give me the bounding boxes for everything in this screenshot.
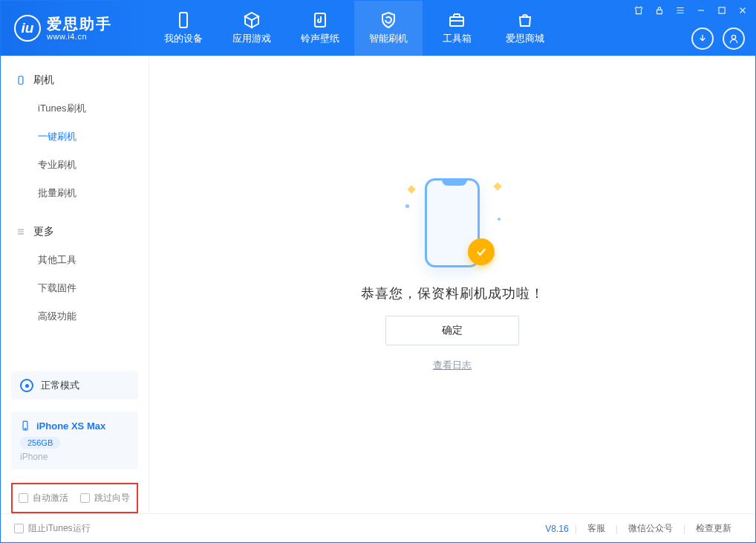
dot-icon (498, 218, 501, 221)
logo-icon: iu (14, 15, 41, 42)
title-bar: iu 爱思助手 www.i4.cn 我的设备 应用游戏 铃声壁纸 智能刷机 工具… (1, 1, 755, 56)
mode-icon (20, 379, 33, 392)
success-check-icon (468, 238, 495, 265)
device-card[interactable]: iPhone XS Max 256GB iPhone (11, 412, 138, 469)
sparkle-icon (407, 185, 415, 193)
close-icon[interactable] (737, 5, 748, 16)
app-name: 爱思助手 (47, 16, 112, 32)
options-highlight-box: 自动激活 跳过向导 (11, 483, 138, 513)
tab-label: 应用游戏 (232, 32, 271, 45)
cube-icon (243, 11, 261, 29)
capacity-badge: 256GB (20, 437, 60, 449)
sidebar-item-itunes-flash[interactable]: iTunes刷机 (1, 94, 149, 123)
sidebar-item-download-fw[interactable]: 下载固件 (1, 274, 149, 302)
checkbox-label: 自动激活 (33, 492, 68, 504)
tab-my-device[interactable]: 我的设备 (149, 1, 218, 56)
account-button[interactable] (723, 27, 745, 50)
phone-outline-icon (20, 419, 30, 432)
music-file-icon (311, 11, 329, 29)
checkbox-icon (14, 524, 24, 533)
status-bar: 阻止iTunes运行 V8.16 | 客服 | 微信公众号 | 检查更新 (1, 513, 755, 543)
sidebar-item-pro-flash[interactable]: 专业刷机 (1, 151, 149, 179)
toolbox-icon (448, 11, 466, 29)
svg-rect-6 (19, 77, 23, 85)
auto-activate-checkbox[interactable]: 自动激活 (19, 492, 68, 504)
tab-flash[interactable]: 智能刷机 (354, 1, 423, 56)
download-icon (697, 33, 708, 45)
dot-icon (405, 204, 409, 208)
tab-label: 铃声壁纸 (301, 32, 339, 45)
check-update-link[interactable]: 检查更新 (685, 522, 742, 535)
user-icon (728, 33, 740, 45)
tab-label: 工具箱 (443, 32, 472, 45)
sidebar-section-flash: 刷机 (1, 66, 149, 94)
support-link[interactable]: 客服 (577, 522, 616, 535)
svg-rect-4 (719, 7, 725, 13)
mode-label: 正常模式 (41, 379, 79, 392)
sidebar-item-oneclick-flash[interactable]: 一键刷机 (1, 123, 149, 151)
ok-button[interactable]: 确定 (385, 316, 519, 345)
sidebar-item-advanced[interactable]: 高级功能 (1, 302, 149, 331)
sidebar: 刷机 iTunes刷机 一键刷机 专业刷机 批量刷机 更多 其他工具 下载固件 … (1, 56, 149, 513)
sidebar-item-other-tools[interactable]: 其他工具 (1, 246, 149, 274)
svg-point-8 (25, 429, 25, 429)
svg-rect-0 (180, 13, 187, 27)
view-log-link[interactable]: 查看日志 (433, 359, 472, 372)
sidebar-item-batch-flash[interactable]: 批量刷机 (1, 179, 149, 207)
list-icon (16, 227, 26, 237)
tab-label: 爱思商城 (506, 32, 544, 45)
download-button[interactable] (691, 27, 714, 50)
window-controls (633, 5, 748, 16)
block-itunes-checkbox[interactable]: 阻止iTunes运行 (14, 522, 91, 535)
menu-icon[interactable] (675, 5, 685, 16)
bag-icon (516, 11, 534, 29)
sparkle-icon (493, 182, 501, 190)
tab-label: 我的设备 (164, 32, 203, 45)
success-message: 恭喜您，保资料刷机成功啦！ (361, 284, 544, 302)
tab-store[interactable]: 爱思商城 (491, 1, 559, 56)
section-title: 更多 (33, 225, 54, 238)
device-name: iPhone XS Max (36, 420, 105, 432)
tshirt-icon[interactable] (633, 5, 644, 16)
tab-apps[interactable]: 应用游戏 (218, 1, 286, 56)
checkbox-icon (80, 493, 90, 503)
wechat-link[interactable]: 微信公众号 (618, 522, 683, 535)
svg-rect-3 (657, 10, 662, 13)
shield-refresh-icon (379, 11, 397, 29)
maximize-icon[interactable] (717, 5, 727, 16)
main-tabs: 我的设备 应用游戏 铃声壁纸 智能刷机 工具箱 爱思商城 (149, 1, 559, 56)
skip-guide-checkbox[interactable]: 跳过向导 (80, 492, 130, 504)
tab-toolbox[interactable]: 工具箱 (423, 1, 491, 56)
phone-icon (175, 11, 192, 29)
device-icon (16, 75, 26, 85)
app-logo: iu 爱思助手 www.i4.cn (1, 1, 149, 56)
version-label: V8.16 (545, 524, 568, 534)
success-illustration (404, 175, 501, 271)
sidebar-section-more: 更多 (1, 218, 149, 246)
checkbox-label: 跳过向导 (94, 492, 130, 504)
app-url: www.i4.cn (47, 32, 112, 41)
checkbox-label: 阻止iTunes运行 (28, 522, 91, 535)
tab-ringtone[interactable]: 铃声壁纸 (286, 1, 354, 56)
main-content: 恭喜您，保资料刷机成功啦！ 确定 查看日志 (149, 56, 755, 513)
checkbox-icon (19, 493, 28, 503)
tab-label: 智能刷机 (369, 32, 408, 45)
section-title: 刷机 (33, 74, 54, 87)
svg-point-5 (731, 35, 735, 39)
minimize-icon[interactable] (696, 5, 706, 16)
header-round-buttons (691, 27, 745, 50)
device-type: iPhone (20, 452, 129, 462)
lock-icon[interactable] (654, 5, 665, 16)
mode-card[interactable]: 正常模式 (11, 371, 138, 400)
